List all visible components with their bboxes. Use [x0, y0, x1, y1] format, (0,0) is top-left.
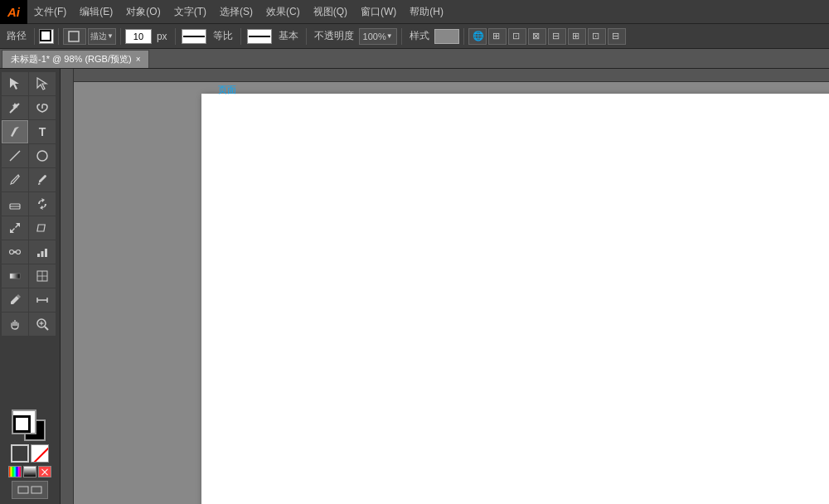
dropdown-arrow-icon: ▼: [107, 32, 114, 40]
svg-point-11: [17, 250, 21, 254]
canvas-area[interactable]: 页面: [61, 69, 829, 504]
shear-tool-btn[interactable]: [29, 216, 56, 240]
stroke-preview: [182, 29, 206, 44]
grayscale-btn[interactable]: [23, 466, 36, 477]
tool-row-9: [2, 264, 58, 288]
menu-file[interactable]: 文件(F): [27, 0, 73, 23]
toolbox: T: [0, 69, 61, 504]
hand-tool-btn[interactable]: [2, 313, 28, 336]
eyedropper-tool-btn[interactable]: [2, 288, 28, 312]
transform-btn[interactable]: ⊡: [508, 28, 526, 45]
style-preview[interactable]: [434, 29, 459, 44]
svg-line-4: [10, 110, 12, 113]
svg-rect-0: [69, 32, 79, 41]
menu-edit[interactable]: 编辑(E): [73, 0, 119, 23]
lasso-tool-btn[interactable]: [29, 96, 56, 119]
pathfinder-btn[interactable]: ⊠: [528, 28, 546, 45]
select-tool-btn[interactable]: [2, 72, 28, 95]
svg-point-10: [10, 250, 14, 254]
menu-object[interactable]: 对象(O): [119, 0, 167, 23]
shape-selector-btn[interactable]: [63, 28, 86, 45]
sep8: [463, 28, 464, 45]
gradient-tool-btn[interactable]: [2, 264, 28, 288]
stroke-type-dropdown[interactable]: 描边 ▼: [88, 28, 116, 45]
stroke-unit: px: [153, 31, 171, 42]
sep4: [175, 28, 176, 45]
canvas-size-btn[interactable]: [12, 481, 48, 499]
align-btn[interactable]: ⊞: [488, 28, 507, 45]
opacity-value: 100%: [363, 32, 386, 41]
stroke-box-btn[interactable]: [11, 444, 29, 463]
tab-close-btn[interactable]: ×: [136, 55, 141, 64]
menu-effect[interactable]: 效果(C): [259, 0, 307, 23]
none-btn[interactable]: [31, 444, 49, 463]
menu-text[interactable]: 文字(T): [167, 0, 213, 23]
svg-rect-12: [37, 254, 40, 257]
sep7: [401, 28, 402, 45]
blend-tool-btn[interactable]: [2, 240, 28, 264]
svg-line-5: [10, 151, 20, 161]
ruler-top: [74, 69, 829, 82]
svg-marker-2: [37, 78, 46, 90]
stroke-type-icon: 描边: [90, 31, 107, 42]
red-btn[interactable]: [38, 466, 51, 477]
menu-select[interactable]: 选择(S): [213, 0, 259, 23]
color-mode-btn[interactable]: [8, 466, 22, 477]
color-pair: [12, 410, 48, 443]
menu-view[interactable]: 视图(Q): [307, 0, 354, 23]
stroke-color-btn[interactable]: [39, 29, 54, 44]
magic-wand-tool-btn[interactable]: [2, 96, 28, 119]
pen-tool-btn[interactable]: [2, 120, 28, 143]
gradient-panel-btn[interactable]: ⊟: [608, 28, 626, 45]
measure-tool-btn[interactable]: [29, 288, 56, 312]
menu-window[interactable]: 窗口(W): [354, 0, 403, 23]
zoom-tool-btn[interactable]: [29, 313, 56, 336]
scale-tool-btn[interactable]: [2, 216, 28, 240]
web-icon-btn[interactable]: 🌐: [468, 28, 487, 45]
rotate-tool-btn[interactable]: [29, 192, 56, 216]
base-label: 基本: [275, 29, 302, 43]
eraser-tool-btn[interactable]: [2, 192, 28, 216]
color-panel-btn[interactable]: ⊞: [568, 28, 586, 45]
tool-row-2: [2, 96, 58, 119]
tool-row-8: [2, 240, 58, 264]
tool-row-5: [2, 168, 58, 191]
chart-tool-btn[interactable]: [29, 240, 56, 264]
text-tool-label: T: [39, 125, 46, 138]
svg-marker-1: [10, 78, 19, 90]
opacity-value-btn[interactable]: 100% ▼: [359, 28, 397, 45]
canvas-white: [201, 94, 829, 504]
menu-items: 文件(F) 编辑(E) 对象(O) 文字(T) 选择(S) 效果(C) 视图(Q…: [27, 0, 450, 23]
tool-row-10: [2, 288, 58, 312]
tab-bar: 未标题-1* @ 98% (RGB/预览) ×: [0, 49, 829, 69]
stroke-width-input[interactable]: [125, 29, 152, 44]
tool-row-6: [2, 192, 58, 216]
menu-help[interactable]: 帮助(H): [403, 0, 450, 23]
foreground-color-swatch[interactable]: [12, 410, 36, 434]
tool-row-11: [2, 313, 58, 336]
pencil-tool-btn[interactable]: [2, 168, 28, 191]
line-tool-btn[interactable]: [2, 144, 28, 167]
gradient2-tool-btn[interactable]: [29, 264, 56, 288]
svg-rect-13: [41, 251, 44, 257]
page-label: 页面: [218, 84, 236, 96]
drawing-canvas[interactable]: [201, 94, 829, 504]
stroke-fill-row: [5, 444, 55, 463]
brush-tool-btn[interactable]: [29, 168, 56, 191]
swatches-btn[interactable]: ⊡: [588, 28, 606, 45]
stroke-panel-btn[interactable]: ⊟: [548, 28, 566, 45]
svg-rect-9: [37, 225, 45, 231]
base-stroke-line: [249, 36, 270, 37]
ai-logo: Ai: [0, 0, 27, 24]
base-stroke-preview: [247, 29, 272, 44]
menu-bar: Ai 文件(F) 编辑(E) 对象(O) 文字(T) 选择(S) 效果(C) 视…: [0, 0, 829, 24]
text-tool-btn[interactable]: T: [29, 120, 56, 143]
svg-rect-26: [18, 487, 28, 493]
path-label: 路径: [3, 29, 30, 43]
ellipse-tool-btn[interactable]: [29, 144, 56, 167]
tool-row-4: [2, 144, 58, 167]
svg-rect-15: [10, 274, 20, 279]
tool-row-1: [2, 72, 58, 95]
direct-select-tool-btn[interactable]: [29, 72, 56, 95]
document-tab[interactable]: 未标题-1* @ 98% (RGB/预览) ×: [2, 50, 149, 68]
